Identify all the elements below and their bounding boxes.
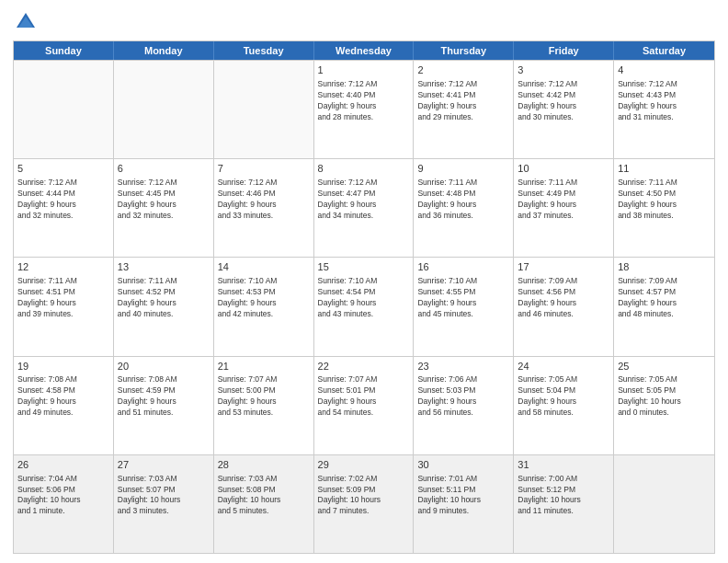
day-number: 25 [618, 360, 711, 373]
day-number: 6 [118, 162, 210, 176]
day-info: Sunrise: 7:12 AM Sunset: 4:43 PM Dayligh… [618, 79, 711, 123]
page: SundayMondayTuesdayWednesdayThursdayFrid… [0, 0, 728, 563]
day-number: 5 [17, 162, 109, 176]
day-info: Sunrise: 7:11 AM Sunset: 4:50 PM Dayligh… [618, 178, 711, 222]
day-number: 2 [417, 63, 509, 77]
calendar: SundayMondayTuesdayWednesdayThursdayFrid… [13, 40, 715, 554]
day-number: 21 [218, 360, 310, 373]
calendar-cell: 23Sunrise: 7:06 AM Sunset: 5:03 PM Dayli… [414, 357, 514, 454]
day-info: Sunrise: 7:09 AM Sunset: 4:56 PM Dayligh… [518, 276, 609, 320]
day-number: 4 [618, 63, 711, 77]
day-info: Sunrise: 7:01 AM Sunset: 5:11 PM Dayligh… [417, 474, 509, 518]
calendar-week: 26Sunrise: 7:04 AM Sunset: 5:06 PM Dayli… [14, 454, 714, 553]
day-info: Sunrise: 7:11 AM Sunset: 4:48 PM Dayligh… [417, 178, 509, 222]
day-info: Sunrise: 7:05 AM Sunset: 5:04 PM Dayligh… [518, 374, 609, 419]
calendar-cell: 20Sunrise: 7:08 AM Sunset: 4:59 PM Dayli… [114, 357, 214, 454]
day-number: 11 [618, 162, 711, 176]
calendar-cell: 11Sunrise: 7:11 AM Sunset: 4:50 PM Dayli… [614, 159, 714, 257]
calendar-header-row: SundayMondayTuesdayWednesdayThursdayFrid… [14, 41, 714, 60]
day-number: 26 [17, 458, 109, 472]
day-info: Sunrise: 7:03 AM Sunset: 5:08 PM Dayligh… [218, 474, 310, 518]
calendar-cell: 13Sunrise: 7:11 AM Sunset: 4:52 PM Dayli… [114, 258, 214, 355]
weekday-header: Wednesday [314, 41, 415, 60]
calendar-cell [114, 61, 214, 158]
calendar-week: 19Sunrise: 7:08 AM Sunset: 4:58 PM Dayli… [14, 356, 714, 454]
calendar-cell [214, 61, 314, 158]
calendar-cell [14, 61, 114, 158]
day-info: Sunrise: 7:11 AM Sunset: 4:51 PM Dayligh… [17, 276, 109, 320]
calendar-cell: 17Sunrise: 7:09 AM Sunset: 4:56 PM Dayli… [514, 258, 614, 355]
day-info: Sunrise: 7:06 AM Sunset: 5:03 PM Dayligh… [417, 374, 509, 419]
day-number: 15 [318, 260, 410, 274]
calendar-cell: 30Sunrise: 7:01 AM Sunset: 5:11 PM Dayli… [414, 455, 514, 553]
calendar-body: 1Sunrise: 7:12 AM Sunset: 4:40 PM Daylig… [14, 60, 714, 553]
calendar-week: 1Sunrise: 7:12 AM Sunset: 4:40 PM Daylig… [14, 60, 714, 158]
calendar-cell: 6Sunrise: 7:12 AM Sunset: 4:45 PM Daylig… [114, 159, 214, 257]
day-number: 1 [318, 63, 410, 77]
day-info: Sunrise: 7:08 AM Sunset: 4:58 PM Dayligh… [17, 374, 109, 419]
day-number: 19 [17, 360, 109, 373]
calendar-cell: 26Sunrise: 7:04 AM Sunset: 5:06 PM Dayli… [14, 455, 114, 553]
calendar-cell: 21Sunrise: 7:07 AM Sunset: 5:00 PM Dayli… [214, 357, 314, 454]
day-info: Sunrise: 7:10 AM Sunset: 4:55 PM Dayligh… [417, 276, 509, 320]
calendar-cell: 28Sunrise: 7:03 AM Sunset: 5:08 PM Dayli… [214, 455, 314, 553]
day-info: Sunrise: 7:08 AM Sunset: 4:59 PM Dayligh… [118, 374, 210, 419]
calendar-cell: 15Sunrise: 7:10 AM Sunset: 4:54 PM Dayli… [314, 258, 415, 355]
day-info: Sunrise: 7:12 AM Sunset: 4:41 PM Dayligh… [417, 79, 509, 123]
calendar-cell: 25Sunrise: 7:05 AM Sunset: 5:05 PM Dayli… [614, 357, 714, 454]
day-number: 3 [518, 63, 609, 77]
day-info: Sunrise: 7:02 AM Sunset: 5:09 PM Dayligh… [318, 474, 410, 518]
calendar-cell: 1Sunrise: 7:12 AM Sunset: 4:40 PM Daylig… [314, 61, 415, 158]
day-info: Sunrise: 7:12 AM Sunset: 4:45 PM Dayligh… [118, 178, 210, 222]
weekday-header: Sunday [14, 41, 114, 60]
day-info: Sunrise: 7:07 AM Sunset: 5:01 PM Dayligh… [318, 374, 410, 419]
day-info: Sunrise: 7:12 AM Sunset: 4:47 PM Dayligh… [318, 178, 410, 222]
day-number: 9 [417, 162, 509, 176]
day-info: Sunrise: 7:11 AM Sunset: 4:52 PM Dayligh… [118, 276, 210, 320]
calendar-cell: 29Sunrise: 7:02 AM Sunset: 5:09 PM Dayli… [314, 455, 415, 553]
logo [13, 9, 42, 35]
day-info: Sunrise: 7:03 AM Sunset: 5:07 PM Dayligh… [118, 474, 210, 518]
day-number: 18 [618, 260, 711, 274]
day-info: Sunrise: 7:00 AM Sunset: 5:12 PM Dayligh… [518, 474, 609, 518]
header [13, 9, 715, 35]
calendar-cell: 27Sunrise: 7:03 AM Sunset: 5:07 PM Dayli… [114, 455, 214, 553]
weekday-header: Monday [114, 41, 214, 60]
day-number: 8 [318, 162, 410, 176]
day-number: 17 [518, 260, 609, 274]
calendar-cell: 2Sunrise: 7:12 AM Sunset: 4:41 PM Daylig… [414, 61, 514, 158]
calendar-cell: 10Sunrise: 7:11 AM Sunset: 4:49 PM Dayli… [514, 159, 614, 257]
day-info: Sunrise: 7:04 AM Sunset: 5:06 PM Dayligh… [17, 474, 109, 518]
day-info: Sunrise: 7:12 AM Sunset: 4:44 PM Dayligh… [17, 178, 109, 222]
calendar-cell: 12Sunrise: 7:11 AM Sunset: 4:51 PM Dayli… [14, 258, 114, 355]
calendar-cell: 4Sunrise: 7:12 AM Sunset: 4:43 PM Daylig… [614, 61, 714, 158]
calendar-cell: 19Sunrise: 7:08 AM Sunset: 4:58 PM Dayli… [14, 357, 114, 454]
weekday-header: Friday [514, 41, 614, 60]
day-number: 14 [218, 260, 310, 274]
day-number: 7 [218, 162, 310, 176]
day-number: 28 [218, 458, 310, 472]
day-number: 27 [118, 458, 210, 472]
day-number: 10 [518, 162, 609, 176]
day-number: 23 [417, 360, 509, 373]
calendar-cell: 24Sunrise: 7:05 AM Sunset: 5:04 PM Dayli… [514, 357, 614, 454]
day-number: 12 [17, 260, 109, 274]
day-info: Sunrise: 7:10 AM Sunset: 4:54 PM Dayligh… [318, 276, 410, 320]
calendar-cell: 16Sunrise: 7:10 AM Sunset: 4:55 PM Dayli… [414, 258, 514, 355]
weekday-header: Thursday [414, 41, 514, 60]
day-number: 24 [518, 360, 609, 373]
weekday-header: Tuesday [214, 41, 314, 60]
calendar-cell: 7Sunrise: 7:12 AM Sunset: 4:46 PM Daylig… [214, 159, 314, 257]
calendar-cell [614, 455, 714, 553]
calendar-week: 12Sunrise: 7:11 AM Sunset: 4:51 PM Dayli… [14, 257, 714, 355]
calendar-cell: 31Sunrise: 7:00 AM Sunset: 5:12 PM Dayli… [514, 455, 614, 553]
day-info: Sunrise: 7:10 AM Sunset: 4:53 PM Dayligh… [218, 276, 310, 320]
day-number: 29 [318, 458, 410, 472]
day-info: Sunrise: 7:12 AM Sunset: 4:42 PM Dayligh… [518, 79, 609, 123]
day-info: Sunrise: 7:12 AM Sunset: 4:46 PM Dayligh… [218, 178, 310, 222]
day-info: Sunrise: 7:05 AM Sunset: 5:05 PM Dayligh… [618, 374, 711, 419]
logo-icon [13, 9, 39, 35]
day-number: 20 [118, 360, 210, 373]
calendar-cell: 22Sunrise: 7:07 AM Sunset: 5:01 PM Dayli… [314, 357, 415, 454]
day-number: 16 [417, 260, 509, 274]
